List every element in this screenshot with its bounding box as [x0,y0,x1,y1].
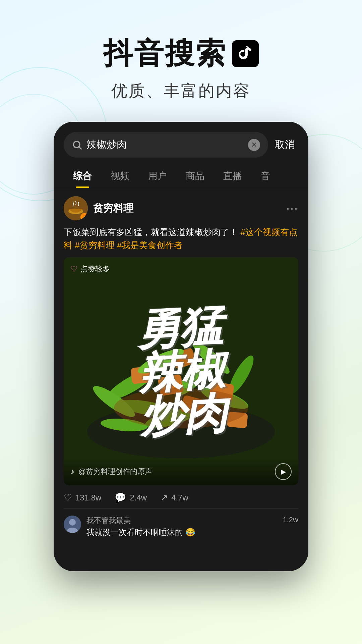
phone-device: 辣椒炒肉 ✕ 取消 综合 视频 用户 商品 [54,122,308,571]
search-input-wrap[interactable]: 辣椒炒肉 ✕ [64,132,268,158]
search-cancel-button[interactable]: 取消 [275,138,298,152]
post-card: ✓ 贫穷料理 ··· 下饭菜到底有多凶猛，就看这道辣椒炒肉了！ #这个视频有点料… [54,188,308,544]
tab-综合[interactable]: 综合 [64,164,101,188]
comment-icon: 💬 [115,492,126,503]
search-query-text: 辣椒炒肉 [86,138,244,152]
play-button[interactable]: ▶ [275,463,292,480]
post-text: 下饭菜到底有多凶猛，就看这道辣椒炒肉了！ #这个视频有点料 #贫穷料理 #我是美… [64,226,298,252]
phone-screen: 辣椒炒肉 ✕ 取消 综合 视频 用户 商品 [54,122,308,571]
svg-point-25 [69,519,76,526]
shares-count[interactable]: ↗ 4.7w [160,492,188,503]
tab-视频[interactable]: 视频 [101,164,139,188]
tiktok-note-icon: ♪ [70,467,74,476]
commenter-avatar [64,516,81,533]
search-row: 辣椒炒肉 ✕ 取消 [64,132,298,158]
post-more-button[interactable]: ··· [286,201,298,215]
video-bottom-bar: ♪ @贫穷料理创作的原声 ▶ [64,458,298,485]
tab-商品[interactable]: 商品 [176,164,214,188]
comment-text: 我就没一次看时不咽唾沫的 😂 [86,527,278,538]
heart-icon: ♡ [64,492,72,503]
shares-value: 4.7w [171,493,188,502]
phone-wrapper: 辣椒炒肉 ✕ 取消 综合 视频 用户 商品 [0,122,362,571]
svg-line-2 [79,147,81,149]
tiktok-logo-icon [232,40,259,67]
video-source-text: @贫穷料理创作的原声 [78,467,152,477]
tab-用户[interactable]: 用户 [139,164,176,188]
search-area: 辣椒炒肉 ✕ 取消 [54,122,308,158]
comment-item: 我不管我最美 我就没一次看时不咽唾沫的 😂 1.2w [64,516,298,538]
search-icon [72,140,82,150]
video-source-info: ♪ @贫穷料理创作的原声 [70,467,152,477]
comments-count[interactable]: 💬 2.4w [115,492,147,503]
author-avatar: ✓ [64,196,88,220]
video-big-text: 勇猛辣椒炒肉 [135,304,227,439]
app-title: 抖音搜索 [103,34,259,73]
likes-count[interactable]: ♡ 131.8w [64,492,101,503]
header-section: 抖音搜索 优质、丰富的内容 [0,0,362,122]
commenter-name: 我不管我最美 [86,516,278,526]
video-title-overlay: 勇猛辣椒炒肉 [64,257,298,485]
author-name[interactable]: 贫穷料理 [93,202,133,215]
comment-content: 我不管我最美 我就没一次看时不咽唾沫的 😂 [86,516,278,538]
tabs-row: 综合 视频 用户 商品 直播 音 [54,158,308,188]
comment-preview: 我不管我最美 我就没一次看时不咽唾沫的 😂 1.2w [64,508,298,544]
tab-音[interactable]: 音 [251,164,280,188]
header-subtitle: 优质、丰富的内容 [0,80,362,102]
comment-like-count: 1.2w [283,516,298,524]
video-thumbnail[interactable]: ♡ 点赞较多 勇猛辣椒炒肉 ♪ @贫穷料理创作的原声 [64,257,298,485]
svg-point-1 [73,141,80,148]
author-badge: ✓ [80,213,88,220]
post-header: ✓ 贫穷料理 ··· [64,196,298,220]
search-clear-button[interactable]: ✕ [248,139,260,151]
post-author-row: ✓ 贫穷料理 [64,196,133,220]
engagement-row: ♡ 131.8w 💬 2.4w ↗ 4.7w [64,485,298,508]
title-text: 抖音搜索 [103,34,227,73]
comments-value: 2.4w [130,493,147,502]
likes-value: 131.8w [75,493,101,502]
tab-直播[interactable]: 直播 [214,164,251,188]
share-icon: ↗ [160,492,168,503]
